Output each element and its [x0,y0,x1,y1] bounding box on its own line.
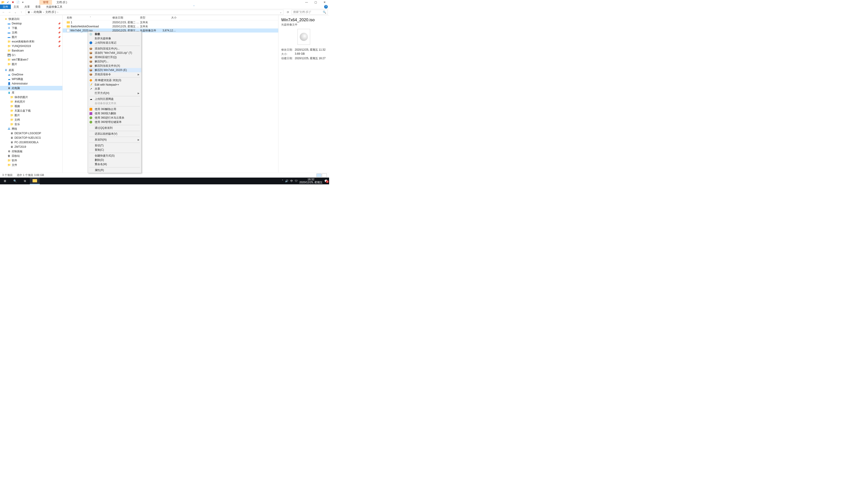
action-center-button[interactable]: 💬 3 [324,180,328,183]
context-menu-item[interactable]: 重命名(M) [88,162,141,166]
start-button[interactable]: ⊞ [0,177,10,184]
ribbon-tab-share[interactable]: 共享 [22,4,33,9]
ribbon-tab-view[interactable]: 查看 [33,4,43,9]
back-button[interactable]: ← [1,10,6,14]
refresh-button[interactable]: ⟳ [286,10,290,14]
tree-tianyi[interactable]: 📁天翼云盘下载 [0,108,62,113]
tree-control-panel[interactable]: ⚙控制面板 [0,149,62,154]
chevron-right-icon[interactable]: › [57,11,58,14]
qat-open-icon[interactable]: 📂 [1,0,5,4]
task-view-button[interactable]: ⧉ [20,177,30,184]
ribbon-tab-iso-tools[interactable]: 光盘映像工具 [43,4,65,9]
context-menu-item[interactable]: 发送到(N)▶ [88,138,141,142]
up-button[interactable]: ↑ [19,10,24,14]
close-button[interactable]: ✕ [320,0,329,4]
recent-locations-button[interactable]: ⌄ [13,10,18,14]
context-menu-item[interactable]: 💿装载 [88,32,141,36]
view-details-button[interactable] [316,173,321,177]
navigation-pane[interactable]: ★快速访问 ▬Desktop📌 ⬇下载📌 ▬文档📌 ▬图片📌 📁excel表格制… [0,15,62,173]
tree-drive-g[interactable]: 💾G:\ [0,53,62,57]
tree-network[interactable]: 🖧网络 [0,127,62,131]
chevron-right-icon[interactable]: › [31,11,32,14]
context-menu-item[interactable]: 还原以前的版本(V) [88,132,141,136]
context-menu-item[interactable]: 🟪使用 360强力删除 [88,111,141,116]
tree-folder-bandicam[interactable]: 📁Bandicam [0,48,62,53]
file-row[interactable]: 1 2020/12/15, 星期二 1... 文件夹 [63,20,278,24]
qat-check-icon[interactable]: ✔ [6,0,10,4]
context-menu-item[interactable]: 📦其他压缩命令▶ [88,72,141,76]
minimize-button[interactable]: — [302,0,311,4]
tree-this-pc[interactable]: 🖥此电脑 [0,86,62,90]
tree-video[interactable]: 📁视频 [0,104,62,108]
tree-user-admin[interactable]: 👤Administrator [0,81,62,86]
tree-local-pics[interactable]: 📁本机照片 [0,99,62,104]
header-date[interactable]: 修改日期 [112,16,140,20]
context-menu-item[interactable]: 属性(R) [88,168,141,172]
tree-pictures[interactable]: ▬图片📌 [0,35,62,39]
context-menu-item[interactable]: 通过QQ发送到 [88,126,141,130]
sound-icon[interactable]: 🔊 [285,180,288,183]
taskbar-explorer-button[interactable] [30,177,40,184]
file-row[interactable]: BaiduNetdiskDownload 2020/12/25, 星期五 1..… [63,24,278,29]
security-tray-icon[interactable]: 🛡 [295,180,298,183]
context-menu-item[interactable]: ☁上传到百度网盘 [88,97,141,101]
header-type[interactable]: 类型 [140,16,162,20]
context-menu-item[interactable]: 复制(C) [88,148,141,152]
tree-downloads[interactable]: ⬇下载📌 [0,26,62,30]
tree-folder-pics2[interactable]: 📁图片 [0,62,62,66]
taskbar-search-button[interactable]: 🔍 [10,177,20,184]
context-menu-item[interactable]: 🟧使用 360解除占用 [88,107,141,111]
tree-software[interactable]: 📁软件 [0,158,62,163]
tree-onedrive[interactable]: ☁OneDrive [0,72,62,77]
forward-button[interactable]: → [7,10,12,14]
tree-files[interactable]: 📁文件 [0,163,62,167]
view-large-icons-button[interactable] [322,173,327,177]
tree-pics3[interactable]: 📁图片 [0,113,62,118]
ribbon-tab-file[interactable]: 文件 [0,4,11,9]
context-menu-item[interactable]: 📦解压到(F)... [88,59,141,64]
breadcrumb[interactable]: 🖥 › 此电脑 › 文档 (E:) › ⌄ [26,10,283,15]
context-menu-item[interactable]: 📦添加到压缩文件(A)... [88,46,141,51]
context-menu-item[interactable]: 删除(D) [88,158,141,162]
tree-music[interactable]: 📁音乐 [0,122,62,127]
tray-overflow-button[interactable]: ˄ [282,180,283,183]
context-menu-item[interactable]: 创建快捷方式(S) [88,154,141,158]
tree-net-pc4[interactable]: 🖥ZMT2019 [0,144,62,149]
search-icon[interactable]: 🔍 [323,11,326,14]
tree-docs2[interactable]: 📁文档 [0,118,62,122]
tree-folder-excel[interactable]: 📁excel表格制作求和📌 [0,39,62,44]
context-menu-item[interactable]: 打开方式(H)▶ [88,91,141,95]
tree-wps[interactable]: ☁WPS网盘 [0,77,62,81]
tree-libraries[interactable]: ▮库 [0,90,62,95]
context-menu-item[interactable]: 📝Edit with Notepad++ [88,83,141,87]
context-menu-item[interactable]: 🔵上传到有道云笔记 [88,41,141,45]
tree-folder-yunqishi[interactable]: 📁YUNQISHI2019📌 [0,44,62,48]
qat-new-icon[interactable]: 📄 [16,0,20,4]
tree-quick-access[interactable]: ★快速访问 [0,17,62,21]
context-menu-item[interactable]: 📦解压到当前文件夹(X) [88,64,141,68]
context-menu-item[interactable]: 刻录光盘映像 [88,36,141,41]
context-menu-item[interactable]: 🟢使用 360进行木马云查杀 [88,116,141,120]
tree-net-pc1[interactable]: 🖥DESKTOP-LSSOEDP [0,131,62,135]
expand-ribbon-icon[interactable]: ˅ [192,4,196,9]
tree-documents[interactable]: ▬文档📌 [0,30,62,35]
qat-delete-icon[interactable]: ✖ [11,0,15,4]
qat-dropdown-icon[interactable]: ▾ [21,0,25,4]
address-history-dropdown[interactable]: ⌄ [280,11,282,14]
tree-desktop-root[interactable]: 🖥桌面 [0,68,62,72]
ime-indicator[interactable]: 中 [290,179,293,183]
maximize-button[interactable]: ▢ [311,0,320,4]
breadcrumb-this-pc[interactable]: 此电脑 [34,10,42,14]
context-menu-item[interactable]: 📦解压到 Win7x64_2020\ (E) [88,68,141,72]
taskbar-clock[interactable]: 16:32 2020/12/25, 星期五 [299,178,322,184]
tree-folder-win7[interactable]: 📁win7重装win7 [0,57,62,62]
help-icon[interactable]: ? [324,5,328,8]
ribbon-tab-home[interactable]: 主页 [11,4,22,9]
context-menu-item[interactable]: 🟢使用 360管理右键菜单 [88,120,141,124]
header-name[interactable]: 名称 [63,16,112,20]
tree-net-pc2[interactable]: 🖥DESKTOP-NJEU3CG [0,135,62,140]
context-menu-item[interactable]: ↗共享 [88,87,141,91]
context-menu-item[interactable]: 📦用360压缩打开(Q) [88,55,141,59]
chevron-right-icon[interactable]: › [43,11,44,14]
header-size[interactable]: 大小 [162,16,178,20]
